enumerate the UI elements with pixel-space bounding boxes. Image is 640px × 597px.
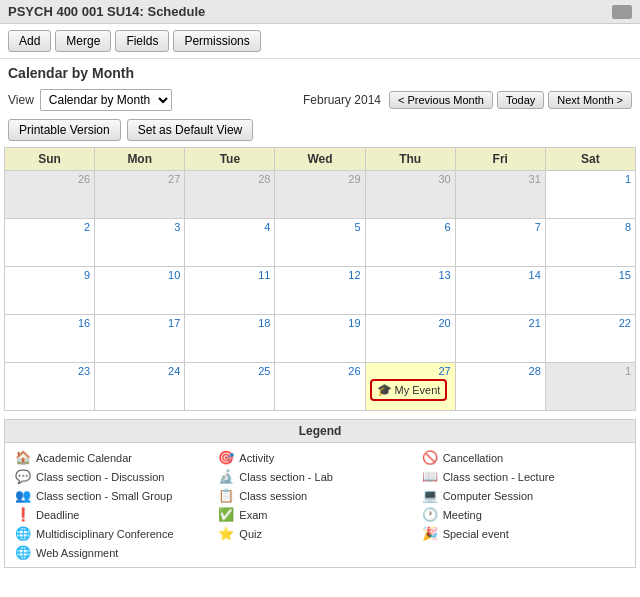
list-item: ⭐Quiz (218, 525, 421, 542)
day-number-link[interactable]: 5 (279, 221, 360, 233)
day-number-link[interactable]: 21 (460, 317, 541, 329)
action-row: Printable Version Set as Default View (0, 115, 640, 147)
view-select[interactable]: Calendar by Month (40, 89, 172, 111)
col-header-mon: Mon (95, 148, 185, 171)
legend-icon: ⭐ (218, 526, 234, 541)
table-row: 28 (455, 363, 545, 411)
merge-button[interactable]: Merge (55, 30, 111, 52)
table-row: 16 (5, 315, 95, 363)
day-number-link[interactable]: 27 (370, 365, 451, 377)
legend-icon: 🏠 (15, 450, 31, 465)
legend-icon: 💻 (422, 488, 438, 503)
legend-icon: 🌐 (15, 545, 31, 560)
day-number-link[interactable]: 15 (550, 269, 631, 281)
legend-item-label: Multidisciplinary Conference (36, 528, 174, 540)
table-row: 1 (545, 171, 635, 219)
day-number-link[interactable]: 12 (279, 269, 360, 281)
today-button[interactable]: Today (497, 91, 544, 109)
day-number-link[interactable]: 23 (9, 365, 90, 377)
day-number-link[interactable]: 6 (370, 221, 451, 233)
day-number-link[interactable]: 9 (9, 269, 90, 281)
day-number-link[interactable]: 11 (189, 269, 270, 281)
table-row: 23 (5, 363, 95, 411)
month-nav-group: February 2014 < Previous Month Today Nex… (303, 91, 632, 109)
legend-icon: 🕐 (422, 507, 438, 522)
table-row: 21 (455, 315, 545, 363)
view-selector-group: View Calendar by Month (8, 89, 172, 111)
add-button[interactable]: Add (8, 30, 51, 52)
view-label: View (8, 93, 34, 107)
printable-version-button[interactable]: Printable Version (8, 119, 121, 141)
table-row: 15 (545, 267, 635, 315)
day-number-link[interactable]: 20 (370, 317, 451, 329)
day-number-link[interactable]: 26 (9, 173, 90, 185)
day-number-link[interactable]: 31 (460, 173, 541, 185)
event-box[interactable]: 🎓My Event (370, 379, 448, 401)
list-item: 🔬Class section - Lab (218, 468, 421, 485)
legend-item-label: Cancellation (443, 452, 504, 464)
day-number-link[interactable]: 30 (370, 173, 451, 185)
fields-button[interactable]: Fields (115, 30, 169, 52)
event-label: My Event (395, 384, 441, 396)
list-item: 📖Class section - Lecture (422, 468, 625, 485)
legend-icon: 🌐 (15, 526, 31, 541)
day-number-link[interactable]: 29 (279, 173, 360, 185)
table-row: 18 (185, 315, 275, 363)
day-number-link[interactable]: 16 (9, 317, 90, 329)
day-number-link[interactable]: 19 (279, 317, 360, 329)
table-row: 27🎓My Event (365, 363, 455, 411)
col-header-thu: Thu (365, 148, 455, 171)
permissions-button[interactable]: Permissions (173, 30, 260, 52)
table-row: 2 (5, 219, 95, 267)
legend-icon: 🚫 (422, 450, 438, 465)
day-number-link[interactable]: 10 (99, 269, 180, 281)
page-title: PSYCH 400 001 SU14: Schedule (8, 4, 205, 19)
table-row: 25 (185, 363, 275, 411)
day-number-link[interactable]: 24 (99, 365, 180, 377)
table-row: 4 (185, 219, 275, 267)
month-display: February 2014 (303, 93, 381, 107)
day-number-link[interactable]: 28 (189, 173, 270, 185)
table-row: 3 (95, 219, 185, 267)
day-number-link[interactable]: 18 (189, 317, 270, 329)
legend-grid: 🏠Academic Calendar🎯Activity🚫Cancellation… (5, 443, 635, 567)
day-number-link[interactable]: 28 (460, 365, 541, 377)
list-item: 🎯Activity (218, 449, 421, 466)
legend-item-label: Class section - Lecture (443, 471, 555, 483)
calendar-table: Sun Mon Tue Wed Thu Fri Sat 262728293031… (4, 147, 636, 411)
legend-item-label: Class session (239, 490, 307, 502)
prev-month-button[interactable]: < Previous Month (389, 91, 493, 109)
day-number-link[interactable]: 8 (550, 221, 631, 233)
day-number-link[interactable]: 1 (550, 173, 631, 185)
set-default-view-button[interactable]: Set as Default View (127, 119, 254, 141)
table-row: 26 (5, 171, 95, 219)
day-number-link[interactable]: 2 (9, 221, 90, 233)
legend-item-label: Activity (239, 452, 274, 464)
list-item: 🚫Cancellation (422, 449, 625, 466)
day-number-link[interactable]: 25 (189, 365, 270, 377)
legend-icon: ✅ (218, 507, 234, 522)
day-number-link[interactable]: 4 (189, 221, 270, 233)
col-header-sun: Sun (5, 148, 95, 171)
day-number-link[interactable]: 7 (460, 221, 541, 233)
table-row: 26 (275, 363, 365, 411)
next-month-button[interactable]: Next Month > (548, 91, 632, 109)
legend-icon: 📖 (422, 469, 438, 484)
list-item: ❗Deadline (15, 506, 218, 523)
day-number-link[interactable]: 17 (99, 317, 180, 329)
day-number-link[interactable]: 3 (99, 221, 180, 233)
day-number-link[interactable]: 1 (550, 365, 631, 377)
table-row: 29 (275, 171, 365, 219)
list-item: 🏠Academic Calendar (15, 449, 218, 466)
day-number-link[interactable]: 27 (99, 173, 180, 185)
legend-icon: 🎯 (218, 450, 234, 465)
day-number-link[interactable]: 22 (550, 317, 631, 329)
day-number-link[interactable]: 26 (279, 365, 360, 377)
list-item (422, 544, 625, 561)
table-row: 8 (545, 219, 635, 267)
day-number-link[interactable]: 14 (460, 269, 541, 281)
legend-title: Legend (5, 420, 635, 443)
window-icon (612, 5, 632, 19)
legend-item-label: Class section - Discussion (36, 471, 164, 483)
day-number-link[interactable]: 13 (370, 269, 451, 281)
